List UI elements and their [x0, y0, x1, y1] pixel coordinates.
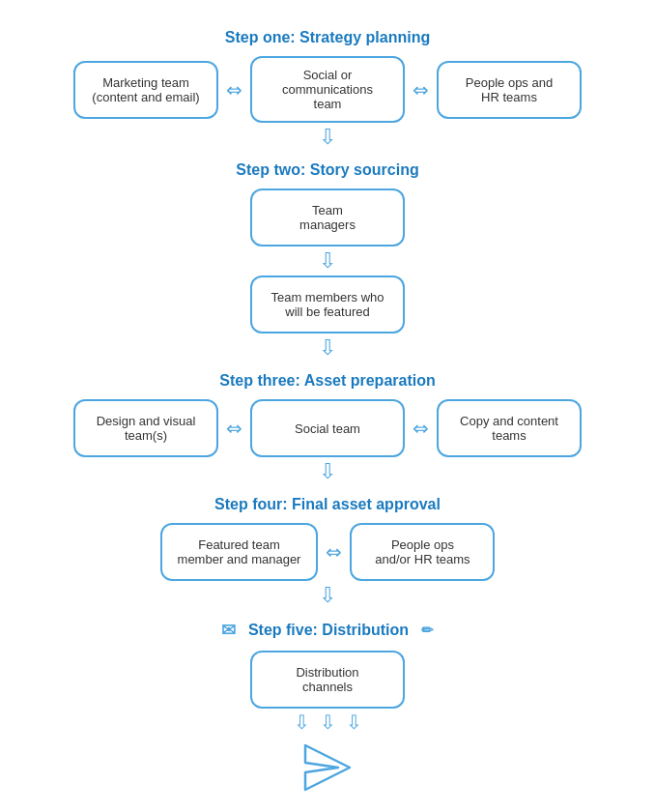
arrow-multi-1: ⇩	[294, 710, 310, 734]
people-ops-hr-box: People ops andHR teams	[437, 61, 582, 119]
step-three-section: Step three: Asset preparation Design and…	[0, 362, 655, 457]
arrow-multi-2: ⇩	[320, 710, 336, 734]
arrow-bidirectional-5: ⇔	[326, 542, 342, 562]
copy-content-teams-box: Copy and contentteams	[437, 399, 582, 457]
step-five-title: ✉ Step five: Distribution ✏	[221, 620, 433, 641]
step-three-row: Design and visualteam(s) ⇔ Social team ⇔…	[73, 399, 582, 457]
step-four-title: Step four: Final asset approval	[214, 496, 441, 513]
step-one-row: Marketing team(content and email) ⇔ Soci…	[73, 56, 582, 123]
people-ops-hr-teams-box: People opsand/or HR teams	[350, 523, 495, 581]
step-one-section: Step one: Strategy planning Marketing te…	[0, 19, 655, 123]
arrow-down-2: ⇩	[319, 250, 336, 272]
social-comms-team-box: Social orcommunicationsteam	[250, 56, 405, 123]
diagram: Step one: Strategy planning Marketing te…	[0, 19, 655, 798]
step-two-title: Step two: Story sourcing	[236, 161, 418, 179]
svg-marker-0	[305, 745, 350, 790]
featured-team-member-manager-box: Featured teammember and manager	[160, 523, 319, 581]
design-visual-teams-box: Design and visualteam(s)	[73, 399, 218, 457]
distribution-channels-box: Distributionchannels	[250, 651, 405, 709]
social-team-box: Social team	[250, 399, 405, 457]
pencil-icon-right: ✏	[421, 622, 434, 639]
arrow-down-multi: ⇩ ⇩ ⇩	[294, 710, 362, 734]
step-five-section: ✉ Step five: Distribution ✏ Distribution…	[0, 610, 655, 798]
arrow-down-3: ⇩	[319, 337, 336, 359]
step-five-title-row: ✉ Step five: Distribution ✏	[221, 620, 433, 641]
team-members-featured-box: Team members whowill be featured	[250, 276, 405, 334]
step-two-section: Step two: Story sourcing Teammanagers ⇩ …	[0, 152, 655, 334]
marketing-team-box: Marketing team(content and email)	[73, 61, 218, 119]
step-three-title: Step three: Asset preparation	[219, 372, 435, 390]
team-managers-box: Teammanagers	[250, 188, 405, 246]
step-four-row: Featured teammember and manager ⇔ People…	[160, 523, 496, 581]
arrow-bidirectional-4: ⇔	[413, 419, 429, 438]
arrow-bidirectional-3: ⇔	[226, 419, 242, 438]
arrow-multi-3: ⇩	[346, 710, 362, 734]
arrow-down-5: ⇩	[319, 585, 336, 606]
step-one-title: Step one: Strategy planning	[225, 29, 430, 46]
arrow-bidirectional-1: ⇔	[226, 80, 242, 100]
envelope-icon-left: ✉	[221, 620, 236, 641]
paper-plane-icon	[301, 741, 354, 798]
arrow-down-1: ⇩	[319, 127, 336, 148]
arrow-down-4: ⇩	[319, 461, 336, 482]
step-four-section: Step four: Final asset approval Featured…	[0, 486, 655, 581]
arrow-bidirectional-2: ⇔	[413, 80, 429, 100]
